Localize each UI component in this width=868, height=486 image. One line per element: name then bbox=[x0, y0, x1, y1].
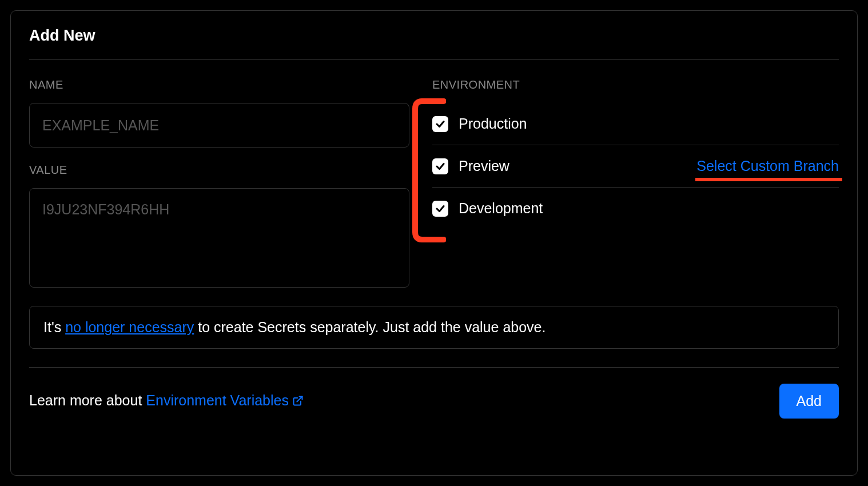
check-icon bbox=[435, 119, 445, 129]
environment-variables-link[interactable]: Environment Variables bbox=[146, 392, 304, 408]
annotation-underline bbox=[695, 178, 842, 181]
checkbox-preview[interactable] bbox=[432, 158, 448, 174]
value-input[interactable] bbox=[29, 188, 409, 288]
value-label: VALUE bbox=[29, 164, 409, 177]
external-link-icon bbox=[292, 393, 304, 410]
add-new-panel: Add New NAME VALUE ENVIRONMENT bbox=[10, 10, 858, 476]
select-custom-branch-link[interactable]: Select Custom Branch bbox=[696, 158, 839, 174]
info-text-suffix: to create Secrets separately. Just add t… bbox=[194, 319, 546, 335]
checkbox-development[interactable] bbox=[432, 201, 448, 217]
checkbox-production[interactable] bbox=[432, 116, 448, 132]
form-row: NAME VALUE ENVIRONMENT bbox=[29, 78, 839, 290]
no-longer-necessary-link[interactable]: no longer necessary bbox=[65, 319, 194, 335]
env-item-preview: Preview Select Custom Branch bbox=[432, 145, 839, 188]
info-box: It's no longer necessary to create Secre… bbox=[29, 306, 839, 349]
info-text-prefix: It's bbox=[43, 319, 65, 335]
env-name-production: Production bbox=[459, 115, 527, 132]
add-button[interactable]: Add bbox=[779, 384, 839, 419]
panel-title: Add New bbox=[29, 27, 839, 45]
env-item-development: Development bbox=[432, 188, 839, 229]
check-icon bbox=[435, 204, 445, 214]
svg-line-0 bbox=[297, 397, 302, 402]
env-name-development: Development bbox=[459, 200, 543, 217]
footer-divider bbox=[29, 367, 839, 368]
footer-prefix: Learn more about bbox=[29, 392, 146, 408]
name-value-column: NAME VALUE bbox=[29, 78, 409, 290]
environment-column: ENVIRONMENT Production bbox=[432, 78, 839, 290]
env-name-preview: Preview bbox=[459, 158, 509, 174]
check-icon bbox=[435, 161, 445, 172]
environment-list: Production Preview Select Custom Branch bbox=[432, 103, 839, 229]
footer-text: Learn more about Environment Variables bbox=[29, 392, 304, 410]
footer-row: Learn more about Environment Variables A… bbox=[29, 384, 839, 419]
env-item-production: Production bbox=[432, 103, 839, 145]
environment-label: ENVIRONMENT bbox=[432, 78, 839, 91]
divider bbox=[29, 59, 839, 60]
name-input[interactable] bbox=[29, 103, 409, 148]
name-label: NAME bbox=[29, 78, 409, 91]
